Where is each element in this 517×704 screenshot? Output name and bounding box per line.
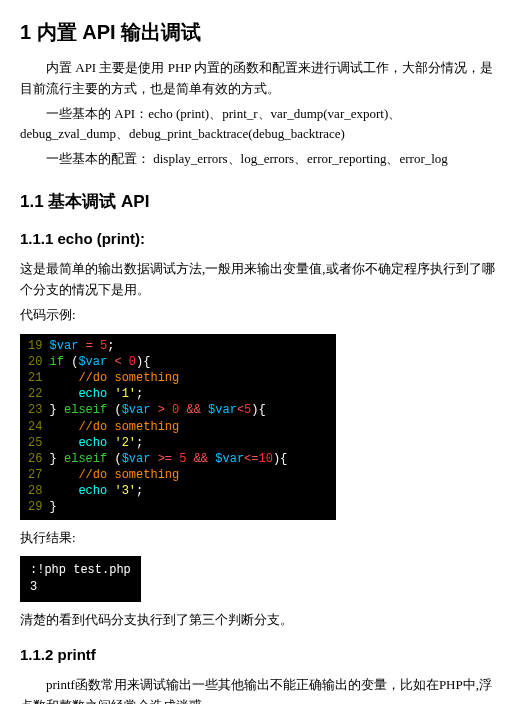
intro-paragraph-1: 内置 API 主要是使用 PHP 内置的函数和配置来进行调试工作，大部分情况，是… [20, 58, 497, 100]
code-label-1: 代码示例: [20, 305, 497, 326]
code-block-echo: 19 $var = 5; 20 if ($var < 0){ 21 //do s… [20, 334, 336, 520]
heading-1-1-2: 1.1.2 printf [20, 643, 497, 667]
heading-1: 1 内置 API 输出调试 [20, 16, 497, 48]
echo-conclusion: 清楚的看到代码分支执行到了第三个判断分支。 [20, 610, 497, 631]
heading-1-1-1: 1.1.1 echo (print): [20, 227, 497, 251]
intro-paragraph-3: 一些基本的配置： display_errors、log_errors、error… [20, 149, 497, 170]
intro-paragraph-2: 一些基本的 API：echo (print)、print_r、var_dump(… [20, 104, 497, 146]
terminal-output-1: :!php test.php 3 [20, 556, 141, 602]
printf-desc: printf函数常用来调试输出一些其他输出不能正确输出的变量，比如在PHP中,浮… [20, 675, 497, 704]
echo-desc: 这是最简单的输出数据调试方法,一般用来输出变量值,或者你不确定程序执行到了哪个分… [20, 259, 497, 301]
result-label-1: 执行结果: [20, 528, 497, 549]
heading-1-1: 1.1 基本调试 API [20, 188, 497, 215]
